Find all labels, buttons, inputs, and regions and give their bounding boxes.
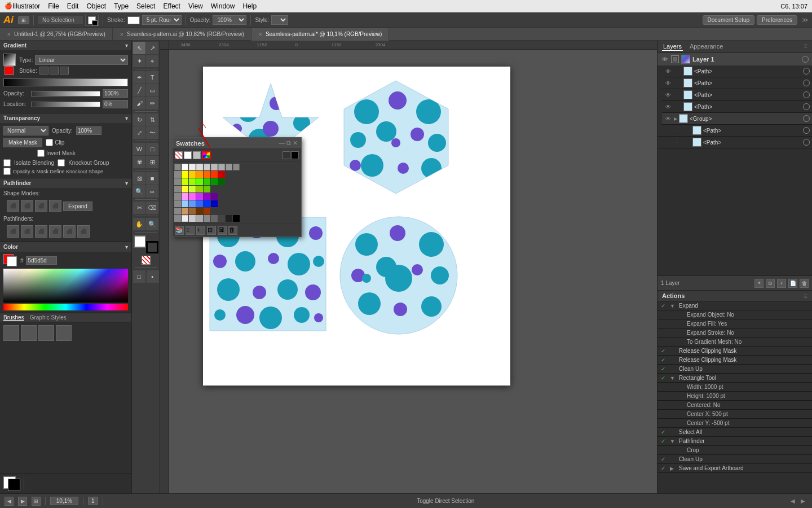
- swatch[interactable]: [233, 164, 240, 170]
- clip-checkbox[interactable]: [46, 139, 53, 146]
- swatch[interactable]: [182, 164, 188, 170]
- pen-tool[interactable]: ✒: [133, 71, 145, 84]
- pathfinder-header[interactable]: Pathfinder ▾: [0, 178, 131, 188]
- layer-item-path4[interactable]: 👁 <Path>: [662, 101, 812, 113]
- brush-swatch-4[interactable]: [56, 325, 72, 341]
- exclude-button[interactable]: ⬛: [49, 200, 61, 212]
- swatch[interactable]: [226, 164, 232, 170]
- brush-swatch-3[interactable]: [38, 325, 54, 341]
- action-expand[interactable]: ✓ ▼ Expand: [657, 301, 812, 310]
- swatch[interactable]: [189, 215, 196, 222]
- swatches-new-btn[interactable]: +: [196, 226, 205, 235]
- swatch[interactable]: [204, 200, 210, 207]
- artboard-nav-next[interactable]: ▶: [18, 497, 27, 506]
- menu-view[interactable]: View: [188, 2, 203, 10]
- swatch[interactable]: [204, 186, 210, 192]
- menu-object[interactable]: Object: [86, 2, 106, 10]
- mesh-tool[interactable]: ⊠: [133, 172, 145, 185]
- path2-target[interactable]: [803, 80, 810, 86]
- gradient-collapse[interactable]: ▾: [125, 42, 128, 49]
- page-display[interactable]: 1: [88, 497, 98, 505]
- path1-target[interactable]: [803, 68, 810, 75]
- free-transform-tool[interactable]: □: [146, 143, 158, 155]
- path4-eye[interactable]: 👁: [664, 103, 672, 111]
- layers-tab[interactable]: Layers: [662, 42, 683, 51]
- artboard-menu-btn[interactable]: ⊞: [32, 497, 41, 506]
- action-release-clip-2[interactable]: ✓ Release Clipping Mask: [657, 356, 812, 365]
- hue-slider[interactable]: [3, 304, 128, 310]
- warp-tool[interactable]: 〜: [146, 126, 158, 139]
- action-save-export[interactable]: ✓ ▶ Save and Export Artboard: [657, 464, 812, 473]
- reflect-tool[interactable]: ⇅: [146, 113, 158, 126]
- doc-setup-button[interactable]: Document Setup: [703, 15, 755, 25]
- type-tool[interactable]: T: [146, 71, 158, 84]
- crop-button[interactable]: ⬛: [49, 225, 61, 238]
- tab-close-1[interactable]: ✕: [7, 32, 11, 37]
- swatch[interactable]: [174, 171, 181, 178]
- swatches-new-color-group-btn[interactable]: ⊞: [207, 226, 216, 235]
- fill-indicator[interactable]: [134, 235, 146, 248]
- color-collapse[interactable]: ▾: [125, 244, 128, 250]
- none-indicator[interactable]: [142, 256, 151, 265]
- swatch[interactable]: [211, 200, 218, 207]
- menu-window[interactable]: Window: [211, 2, 235, 10]
- preferences-button[interactable]: Preferences: [757, 15, 797, 25]
- isolate-blending-checkbox[interactable]: [3, 159, 11, 167]
- swatch[interactable]: [182, 186, 188, 192]
- stroke-color[interactable]: [127, 16, 140, 24]
- path3-target[interactable]: [803, 91, 810, 98]
- menu-effect[interactable]: Effect: [163, 2, 180, 10]
- layer-item-group[interactable]: 👁 ▶ <Group>: [662, 113, 812, 125]
- tab-seamless2[interactable]: ✕ Seamless-pattern.ai* @ 10,1% (RGB/Prev…: [251, 28, 389, 41]
- line-segment-tool[interactable]: ╱: [133, 84, 145, 97]
- action-cleanup-1[interactable]: ✓ Clean Up: [657, 365, 812, 374]
- stroke-indicator[interactable]: [146, 241, 158, 253]
- layer-item-path3[interactable]: 👁 <Path>: [662, 89, 812, 101]
- swatch[interactable]: [204, 208, 210, 214]
- blend-mode-select[interactable]: Normal: [3, 126, 48, 135]
- swatch[interactable]: [182, 171, 188, 178]
- subpath1-target[interactable]: [803, 127, 810, 134]
- magic-wand-tool[interactable]: ✦: [133, 55, 145, 67]
- location-value-input[interactable]: [103, 100, 128, 108]
- minus-front-button[interactable]: ⬛: [21, 200, 33, 212]
- make-mask-button[interactable]: Make Mask: [3, 138, 42, 147]
- stroke-box[interactable]: [8, 479, 20, 491]
- dark-swatch-1[interactable]: [283, 151, 290, 159]
- gray-swatch[interactable]: [193, 151, 201, 159]
- swatch[interactable]: [211, 164, 218, 170]
- swatches-delete-btn[interactable]: 🗑: [228, 226, 237, 235]
- swatch[interactable]: [211, 215, 218, 222]
- swatch[interactable]: [189, 164, 196, 170]
- swatch[interactable]: [211, 171, 218, 178]
- expand-arrow[interactable]: ▼: [670, 303, 677, 309]
- actions-menu-btn[interactable]: ≡: [804, 292, 807, 299]
- scale-tool[interactable]: ⤢: [133, 126, 145, 139]
- swatch[interactable]: [189, 208, 196, 214]
- divide-button[interactable]: ⬛: [7, 225, 19, 238]
- swatch[interactable]: [189, 186, 196, 192]
- stroke-option-2[interactable]: [50, 67, 59, 75]
- graphic-styles-tab[interactable]: Graphic Styles: [30, 314, 67, 321]
- rotate-tool[interactable]: ↻: [133, 113, 145, 126]
- window-layout-btn[interactable]: ⊞: [18, 16, 29, 24]
- gradient-preview[interactable]: [3, 54, 16, 66]
- symbol-sprayer-tool[interactable]: ✾: [133, 156, 145, 168]
- swatch[interactable]: [174, 193, 181, 200]
- rectangle-tool[interactable]: ▭: [146, 84, 158, 97]
- scissors-tool[interactable]: ✂: [133, 202, 145, 214]
- nav-next-btn[interactable]: ▶: [798, 497, 807, 506]
- panel-options-btn[interactable]: ≡: [804, 42, 807, 51]
- stroke-option-3[interactable]: [60, 67, 69, 75]
- swatches-maximize[interactable]: ⧉: [286, 139, 291, 147]
- locate-object-btn[interactable]: ⌖: [754, 279, 764, 288]
- action-select-all[interactable]: ✓ Select All: [657, 428, 812, 437]
- invert-mask-checkbox[interactable]: [37, 150, 45, 157]
- swatches-show-btn[interactable]: ≡: [186, 226, 195, 235]
- tab-close-2[interactable]: ✕: [120, 32, 124, 37]
- apple-menu[interactable]: 🍎: [5, 2, 12, 10]
- appearance-tab[interactable]: Appearance: [689, 42, 724, 51]
- tab-close-3[interactable]: ✕: [258, 32, 263, 37]
- swatch[interactable]: [182, 193, 188, 200]
- action-cleanup-2[interactable]: ✓ Clean Up: [657, 455, 812, 464]
